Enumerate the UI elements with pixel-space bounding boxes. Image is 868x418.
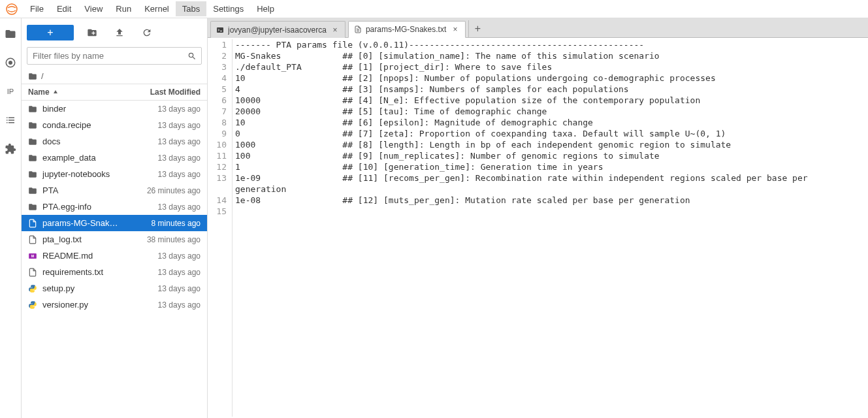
file-row[interactable]: requirements.txt13 days ago xyxy=(22,264,207,280)
file-row[interactable]: example_data13 days ago xyxy=(22,150,207,166)
folder-icon xyxy=(28,104,39,114)
menu-edit[interactable]: Edit xyxy=(50,1,78,16)
folder-icon xyxy=(28,137,39,146)
file-modified: 13 days ago xyxy=(158,251,201,261)
file-row[interactable]: jupyter-notebooks13 days ago xyxy=(22,166,207,182)
file-modified: 13 days ago xyxy=(158,202,201,212)
file-row[interactable]: conda.recipe13 days ago xyxy=(22,117,207,133)
file-modified: 13 days ago xyxy=(158,284,201,293)
file-icon xyxy=(28,268,39,277)
ip-icon[interactable]: IP xyxy=(4,85,17,98)
refresh-icon[interactable] xyxy=(138,25,156,40)
file-name: pta_log.txt xyxy=(42,234,147,244)
editor-area: jovyan@jupyter-isaacoverca×params-MG-Sna… xyxy=(208,18,868,418)
file-modified: 8 minutes ago xyxy=(152,219,201,228)
tab-label: params-MG-Snakes.txt xyxy=(366,25,447,34)
editor-code[interactable]: ------- PTA params file (v.0.0.11)------… xyxy=(233,39,868,417)
file-row[interactable]: docs13 days ago xyxy=(22,133,207,150)
menu-file[interactable]: File xyxy=(24,1,50,16)
svg-text:M: M xyxy=(31,253,35,257)
upload-icon[interactable] xyxy=(110,25,129,40)
column-name[interactable]: Name xyxy=(28,88,50,97)
file-browser-toolbar: + xyxy=(22,22,207,43)
file-name: README.md xyxy=(42,251,158,261)
file-modified: 13 days ago xyxy=(158,300,201,310)
tab-label: jovyan@jupyter-isaacoverca xyxy=(228,25,327,35)
add-tab-button[interactable]: + xyxy=(468,20,487,37)
file-name: docs xyxy=(42,137,158,146)
terminal-icon xyxy=(216,26,224,34)
file-row[interactable]: binder13 days ago xyxy=(22,101,207,117)
file-name: PTA xyxy=(42,185,147,195)
column-modified[interactable]: Last Modified xyxy=(150,88,201,97)
breadcrumb[interactable]: / xyxy=(22,69,207,84)
file-name: versioner.py xyxy=(42,300,158,310)
file-row[interactable]: setup.py13 days ago xyxy=(22,280,207,297)
file-icon xyxy=(28,219,39,228)
file-modified: 38 minutes ago xyxy=(147,235,201,244)
editor-gutter: 12345678910111213 1415 xyxy=(208,39,233,417)
folder-icon xyxy=(28,170,39,179)
file-name: conda.recipe xyxy=(42,120,158,130)
puzzle-icon[interactable] xyxy=(4,142,17,155)
jupyter-logo[interactable] xyxy=(5,3,18,16)
menu-settings[interactable]: Settings xyxy=(206,1,250,16)
file-icon xyxy=(28,235,39,244)
new-launcher-button[interactable]: + xyxy=(27,25,74,40)
new-folder-icon[interactable] xyxy=(83,25,101,40)
file-row[interactable]: PTA.egg-info13 days ago xyxy=(22,199,207,215)
editor-content[interactable]: 12345678910111213 1415 ------- PTA param… xyxy=(208,38,868,418)
tab-bar: jovyan@jupyter-isaacoverca×params-MG-Sna… xyxy=(208,18,868,38)
svg-point-2 xyxy=(9,61,12,65)
menu-help[interactable]: Help xyxy=(250,1,281,16)
menu-kernel[interactable]: Kernel xyxy=(138,1,176,16)
folder-icon xyxy=(28,153,39,163)
file-modified: 13 days ago xyxy=(158,268,201,277)
file-name: example_data xyxy=(42,153,158,163)
python-icon xyxy=(28,300,39,310)
file-browser-panel: + / Name Last Modifie xyxy=(22,18,208,418)
file-row[interactable]: versioner.py13 days ago xyxy=(22,297,207,313)
python-icon xyxy=(28,284,39,293)
file-modified: 13 days ago xyxy=(158,153,201,163)
folder-icon xyxy=(28,186,39,195)
folder-icon xyxy=(28,121,39,130)
file-name: requirements.txt xyxy=(42,267,158,277)
file-name: params-MG-Snak… xyxy=(42,218,152,228)
svg-rect-5 xyxy=(217,27,223,33)
file-modified: 26 minutes ago xyxy=(147,186,201,195)
close-icon[interactable]: × xyxy=(451,25,460,34)
file-modified: 13 days ago xyxy=(158,137,201,146)
close-icon[interactable]: × xyxy=(330,25,340,35)
tab[interactable]: params-MG-Snakes.txt× xyxy=(348,21,466,38)
menu-tabs[interactable]: Tabs xyxy=(176,1,206,16)
folder-icon xyxy=(28,202,39,212)
file-name: setup.py xyxy=(42,283,158,293)
file-name: jupyter-notebooks xyxy=(42,169,158,179)
file-modified: 13 days ago xyxy=(158,170,201,179)
file-modified: 13 days ago xyxy=(158,121,201,130)
file-row[interactable]: pta_log.txt38 minutes ago xyxy=(22,231,207,248)
menu-view[interactable]: View xyxy=(78,1,109,16)
top-menubar: FileEditViewRunKernelTabsSettingsHelp xyxy=(0,0,868,18)
file-icon xyxy=(354,25,362,33)
menu-run[interactable]: Run xyxy=(109,1,138,16)
folder-icon[interactable] xyxy=(4,27,17,40)
sort-up-icon xyxy=(52,89,59,95)
markdown-icon: M xyxy=(28,251,39,261)
file-row[interactable]: MREADME.md13 days ago xyxy=(22,248,207,264)
file-modified: 13 days ago xyxy=(158,104,201,114)
file-name: PTA.egg-info xyxy=(42,202,158,212)
file-list-header: Name Last Modified xyxy=(22,84,207,101)
file-row[interactable]: PTA26 minutes ago xyxy=(22,182,207,199)
activity-bar: IP xyxy=(0,18,22,418)
file-name: binder xyxy=(42,104,158,114)
folder-icon xyxy=(28,72,37,81)
breadcrumb-path: / xyxy=(41,71,44,81)
filter-files-input[interactable] xyxy=(27,47,202,65)
target-icon[interactable] xyxy=(4,56,17,69)
list-icon[interactable] xyxy=(4,114,17,127)
svg-point-0 xyxy=(7,4,17,14)
tab[interactable]: jovyan@jupyter-isaacoverca× xyxy=(210,21,346,38)
file-row[interactable]: params-MG-Snak…8 minutes ago xyxy=(22,215,207,231)
